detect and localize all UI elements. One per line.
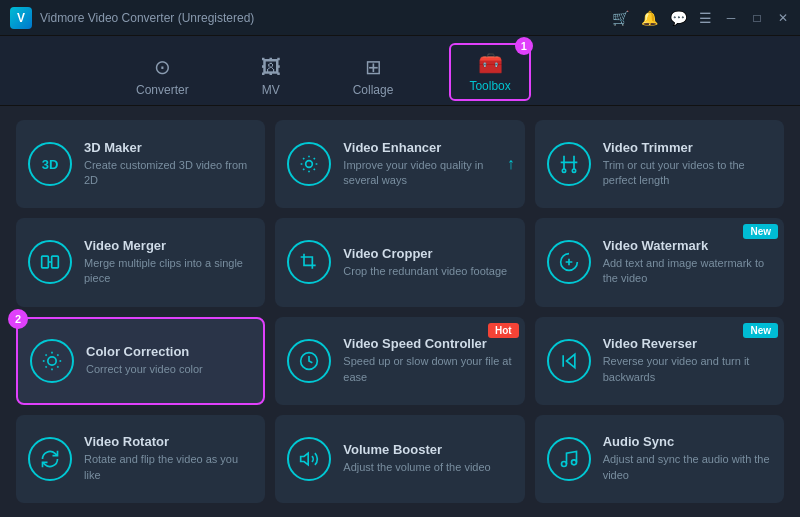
tool-desc-audio-sync: Adjust and sync the audio with the video bbox=[603, 452, 772, 483]
tool-card-video-reverser[interactable]: Video ReverserReverse your video and tur… bbox=[535, 317, 784, 405]
tool-card-video-speed-controller[interactable]: Video Speed ControllerSpeed up or slow d… bbox=[275, 317, 524, 405]
tool-name-video-trimmer: Video Trimmer bbox=[603, 140, 772, 155]
svg-point-1 bbox=[562, 169, 565, 172]
svg-line-10 bbox=[57, 366, 58, 367]
svg-rect-4 bbox=[52, 257, 59, 269]
tool-desc-video-cropper: Crop the redundant video footage bbox=[343, 264, 512, 279]
nav-mv-label: MV bbox=[262, 83, 280, 97]
title-bar-right: 🛒 🔔 💬 ☰ ─ □ ✕ bbox=[612, 10, 790, 26]
tool-card-color-correction[interactable]: 2Color CorrectionCorrect your video colo… bbox=[16, 317, 265, 405]
tool-icon-color-correction bbox=[30, 339, 74, 383]
tool-desc-video-speed-controller: Speed up or slow down your file at ease bbox=[343, 354, 512, 385]
svg-marker-18 bbox=[301, 453, 309, 465]
nav-toolbox[interactable]: 1 🧰 Toolbox bbox=[449, 43, 530, 101]
svg-rect-3 bbox=[42, 257, 49, 269]
svg-line-14 bbox=[57, 354, 58, 355]
svg-marker-16 bbox=[566, 354, 574, 367]
tool-card-volume-booster[interactable]: Volume BoosterAdjust the volume of the v… bbox=[275, 415, 524, 503]
tool-info-3d-maker: 3D MakerCreate customized 3D video from … bbox=[84, 140, 253, 189]
converter-icon: ⊙ bbox=[154, 55, 171, 79]
menu-icon[interactable]: ☰ bbox=[699, 10, 712, 26]
svg-point-2 bbox=[572, 169, 575, 172]
badge-video-watermark: New bbox=[743, 224, 778, 239]
toolbox-icon: 🧰 bbox=[478, 51, 503, 75]
maximize-button[interactable]: □ bbox=[750, 11, 764, 25]
tool-icon-audio-sync bbox=[547, 437, 591, 481]
tool-icon-video-enhancer bbox=[287, 142, 331, 186]
tool-icon-video-watermark bbox=[547, 240, 591, 284]
tool-desc-color-correction: Correct your video color bbox=[86, 362, 251, 377]
tool-info-audio-sync: Audio SyncAdjust and sync the audio with… bbox=[603, 434, 772, 483]
tool-name-3d-maker: 3D Maker bbox=[84, 140, 253, 155]
tool-card-3d-maker[interactable]: 3D3D MakerCreate customized 3D video fro… bbox=[16, 120, 265, 208]
tool-info-video-cropper: Video CropperCrop the redundant video fo… bbox=[343, 246, 512, 279]
tool-desc-video-reverser: Reverse your video and turn it backwards bbox=[603, 354, 772, 385]
app-title: Vidmore Video Converter (Unregistered) bbox=[40, 11, 254, 25]
title-bar: V Vidmore Video Converter (Unregistered)… bbox=[0, 0, 800, 36]
tool-info-video-watermark: Video WatermarkAdd text and image waterm… bbox=[603, 238, 772, 287]
tool-info-video-merger: Video MergerMerge multiple clips into a … bbox=[84, 238, 253, 287]
tool-desc-3d-maker: Create customized 3D video from 2D bbox=[84, 158, 253, 189]
close-button[interactable]: ✕ bbox=[776, 11, 790, 25]
tool-card-video-trimmer[interactable]: Video TrimmerTrim or cut your videos to … bbox=[535, 120, 784, 208]
tool-name-video-merger: Video Merger bbox=[84, 238, 253, 253]
nav-collage[interactable]: ⊞ Collage bbox=[337, 47, 410, 105]
upload-arrow-icon: ↑ bbox=[507, 155, 515, 173]
tool-icon-video-speed-controller bbox=[287, 339, 331, 383]
tool-info-video-reverser: Video ReverserReverse your video and tur… bbox=[603, 336, 772, 385]
annotation-badge-color-correction: 2 bbox=[8, 309, 28, 329]
nav-converter-label: Converter bbox=[136, 83, 189, 97]
tool-info-video-rotator: Video RotatorRotate and flip the video a… bbox=[84, 434, 253, 483]
tool-name-video-enhancer: Video Enhancer bbox=[343, 140, 512, 155]
tool-name-video-rotator: Video Rotator bbox=[84, 434, 253, 449]
tool-desc-volume-booster: Adjust the volume of the video bbox=[343, 460, 512, 475]
tool-name-video-watermark: Video Watermark bbox=[603, 238, 772, 253]
tool-desc-video-watermark: Add text and image watermark to the vide… bbox=[603, 256, 772, 287]
tool-icon-volume-booster bbox=[287, 437, 331, 481]
chat-icon[interactable]: 💬 bbox=[670, 10, 687, 26]
tool-desc-video-rotator: Rotate and flip the video as you like bbox=[84, 452, 253, 483]
tool-info-color-correction: Color CorrectionCorrect your video color bbox=[86, 344, 251, 377]
tool-info-video-trimmer: Video TrimmerTrim or cut your videos to … bbox=[603, 140, 772, 189]
tool-icon-3d-maker: 3D bbox=[28, 142, 72, 186]
tool-info-video-enhancer: Video EnhancerImprove your video quality… bbox=[343, 140, 512, 189]
tools-grid: 3D3D MakerCreate customized 3D video fro… bbox=[0, 106, 800, 517]
tool-name-video-cropper: Video Cropper bbox=[343, 246, 512, 261]
badge-video-speed-controller: Hot bbox=[488, 323, 519, 338]
badge-video-reverser: New bbox=[743, 323, 778, 338]
tool-card-video-watermark[interactable]: Video WatermarkAdd text and image waterm… bbox=[535, 218, 784, 306]
tool-icon-video-rotator bbox=[28, 437, 72, 481]
nav-toolbox-label: Toolbox bbox=[469, 79, 510, 93]
tool-desc-video-enhancer: Improve your video quality in several wa… bbox=[343, 158, 512, 189]
cart-icon[interactable]: 🛒 bbox=[612, 10, 629, 26]
bell-icon[interactable]: 🔔 bbox=[641, 10, 658, 26]
tool-name-audio-sync: Audio Sync bbox=[603, 434, 772, 449]
tool-info-video-speed-controller: Video Speed ControllerSpeed up or slow d… bbox=[343, 336, 512, 385]
svg-point-0 bbox=[306, 161, 313, 168]
svg-point-20 bbox=[571, 460, 576, 465]
tool-icon-video-trimmer bbox=[547, 142, 591, 186]
tool-card-audio-sync[interactable]: Audio SyncAdjust and sync the audio with… bbox=[535, 415, 784, 503]
tool-icon-video-reverser bbox=[547, 339, 591, 383]
nav-mv[interactable]: 🖼 MV bbox=[245, 48, 297, 105]
tool-icon-video-merger bbox=[28, 240, 72, 284]
collage-icon: ⊞ bbox=[365, 55, 382, 79]
tool-card-video-merger[interactable]: Video MergerMerge multiple clips into a … bbox=[16, 218, 265, 306]
tool-name-color-correction: Color Correction bbox=[86, 344, 251, 359]
minimize-button[interactable]: ─ bbox=[724, 11, 738, 25]
tool-card-video-rotator[interactable]: Video RotatorRotate and flip the video a… bbox=[16, 415, 265, 503]
nav-collage-label: Collage bbox=[353, 83, 394, 97]
svg-line-9 bbox=[46, 354, 47, 355]
tool-name-video-reverser: Video Reverser bbox=[603, 336, 772, 351]
tool-name-volume-booster: Volume Booster bbox=[343, 442, 512, 457]
tool-info-volume-booster: Volume BoosterAdjust the volume of the v… bbox=[343, 442, 512, 475]
nav-converter[interactable]: ⊙ Converter bbox=[120, 47, 205, 105]
svg-point-6 bbox=[48, 356, 56, 364]
tool-desc-video-merger: Merge multiple clips into a single piece bbox=[84, 256, 253, 287]
tool-card-video-enhancer[interactable]: Video EnhancerImprove your video quality… bbox=[275, 120, 524, 208]
toolbox-badge: 1 bbox=[515, 37, 533, 55]
tool-desc-video-trimmer: Trim or cut your videos to the perfect l… bbox=[603, 158, 772, 189]
tool-name-video-speed-controller: Video Speed Controller bbox=[343, 336, 512, 351]
tool-icon-video-cropper bbox=[287, 240, 331, 284]
tool-card-video-cropper[interactable]: Video CropperCrop the redundant video fo… bbox=[275, 218, 524, 306]
